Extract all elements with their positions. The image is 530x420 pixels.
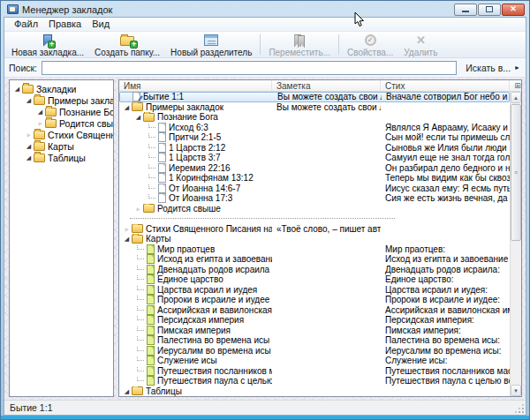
table-row[interactable]: Пимская империяПимская империя: xyxy=(119,326,510,336)
scroll-thumb[interactable]: ≡ xyxy=(511,104,521,241)
table-row[interactable]: Притчи 2:1-5Сын мой! если ты примешь сло… xyxy=(119,132,510,143)
table-row[interactable]: ▹Родится свыше xyxy=(119,204,510,214)
table-row[interactable]: Служение исыСлужение исы: xyxy=(119,356,510,366)
search-in-dropdown-icon[interactable]: ► xyxy=(514,64,520,71)
table-row[interactable]: 1 Коринфянам 13:12Теперь мы видим как бы… xyxy=(119,173,510,184)
toolbar-button-label: Удалить xyxy=(404,48,437,57)
folder-icon xyxy=(34,96,45,105)
row-label: Иеремия 22:16 xyxy=(169,163,231,173)
minimize-button[interactable] xyxy=(454,4,477,16)
folder-icon xyxy=(132,235,143,244)
close-button[interactable]: ✕ xyxy=(502,4,525,16)
row-label: Стихи Священного Писания на каждый день xyxy=(146,224,272,234)
table-row[interactable]: От Иоанна 17:3Сия же есть жизнь вечная, … xyxy=(119,193,510,204)
sidebar-tree-item[interactable]: ◢Примеры закладок xyxy=(10,94,113,106)
vertical-scrollbar[interactable]: ▲ ≡ ▼ xyxy=(510,92,521,396)
column-header-name[interactable]: Имя xyxy=(119,80,272,91)
row-label: Примеры закладок xyxy=(146,102,223,112)
verse-page-icon xyxy=(158,173,166,183)
expanded-arrow-icon[interactable]: ◢ xyxy=(24,94,34,106)
row-verse: Сыновья же Илия были люди негодные; о... xyxy=(381,143,510,153)
menu-item[interactable]: Вид xyxy=(87,18,115,31)
collapsed-arrow-icon[interactable]: ▹ xyxy=(133,204,143,214)
table-row[interactable]: ▹Стихи Священного Писания на каждый день… xyxy=(119,224,510,235)
expanded-arrow-icon[interactable]: ◢ xyxy=(122,386,132,396)
expanded-arrow-icon[interactable]: ◢ xyxy=(24,152,34,163)
row-label: Единое царство xyxy=(157,274,223,284)
row-label: От Иоанна 17:3 xyxy=(169,193,232,203)
collapsed-arrow-icon[interactable]: ▹ xyxy=(35,117,45,129)
menu-item[interactable]: Правка xyxy=(43,18,87,31)
app-icon xyxy=(7,4,19,14)
map-page-icon xyxy=(147,326,155,335)
new-separator-button[interactable]: Новый разделитель xyxy=(165,32,257,57)
map-page-icon xyxy=(147,295,155,304)
tree-line xyxy=(137,326,144,331)
menu-item[interactable]: Файл xyxy=(9,18,43,31)
table-row[interactable]: Царства исраил и иудеяЦарства исраил и и… xyxy=(119,285,510,296)
table-row[interactable]: Палестина во времена исыПалестина во вре… xyxy=(119,335,510,346)
table-row[interactable]: ◢Таблицы xyxy=(119,386,510,397)
column-chooser-icon[interactable]: ⊞ xyxy=(510,80,521,91)
column-header-note[interactable]: Заметка xyxy=(272,80,381,91)
expanded-arrow-icon[interactable]: ◢ xyxy=(12,83,22,94)
table-row[interactable]: ◢Примеры закладокВы можете создать свои … xyxy=(119,102,510,113)
table-separator-row[interactable] xyxy=(119,214,510,224)
tree-item-label: Закладки xyxy=(36,84,76,94)
maximize-button[interactable] xyxy=(478,4,501,16)
verse-page-icon xyxy=(158,163,166,173)
sidebar-tree-item[interactable]: ◢Закладки xyxy=(10,83,113,94)
table-row[interactable]: Мир праотцевМир праотцев: xyxy=(119,244,510,255)
row-verse: Вначале сотворил Бог небо и землю . xyxy=(382,92,509,101)
row-label: Карты xyxy=(146,234,171,244)
tree-item-label: Стихи Священного Пис... xyxy=(48,130,113,140)
sidebar-tree-item[interactable]: ▹Стихи Священного Пис... xyxy=(10,129,113,140)
sidebar-tree-item[interactable]: ▹Родится свыше xyxy=(10,117,113,129)
table-row[interactable]: Пророки в исраиле и иудееПророки в исраи… xyxy=(119,295,510,305)
table-row[interactable]: ◢Познание Бога xyxy=(119,112,510,123)
table-row[interactable]: Бытие 1:1Вы можете создать свои личны...… xyxy=(119,92,510,102)
sidebar-tree-item[interactable]: ◢Карты xyxy=(10,140,113,152)
expanded-arrow-icon[interactable]: ◢ xyxy=(122,234,132,244)
table-row[interactable]: Ассирийская и вавилонская империиАссирий… xyxy=(119,305,510,316)
expanded-arrow-icon[interactable]: ◢ xyxy=(24,140,34,152)
table-row[interactable]: 1 Царств 3:7Самуил еще не знал тогда гол… xyxy=(119,153,510,163)
tree-item-label: Примеры закладок xyxy=(48,95,113,106)
table-row[interactable]: Персидская империяПерсидская империя: xyxy=(119,315,510,326)
expanded-arrow-icon[interactable]: ◢ xyxy=(35,106,45,117)
new-bookmark-button[interactable]: +Новая закладка... xyxy=(6,32,89,57)
tree-line xyxy=(137,306,144,311)
grid-body: Бытие 1:1Вы можете создать свои личны...… xyxy=(119,92,510,396)
resize-grip[interactable] xyxy=(515,404,524,413)
table-row[interactable]: Путешествия паула с целью возвещения ...… xyxy=(119,376,510,386)
table-row[interactable]: Единое царствоЕдиное царство: xyxy=(119,274,510,285)
row-label: Ассирийская и вавилонская империи xyxy=(157,305,272,315)
row-label: Иерусалим во времена исы xyxy=(157,346,271,356)
table-row[interactable]: 1 Царств 2:12Сыновья же Илия были люди н… xyxy=(119,143,510,154)
table-row[interactable]: Иерусалим во времена исыИерусалим во вре… xyxy=(119,346,510,356)
title-bar[interactable]: Менеджер закладок ✕ xyxy=(4,1,526,17)
expanded-arrow-icon[interactable]: ◢ xyxy=(122,102,132,112)
search-input[interactable] xyxy=(42,61,457,75)
table-row[interactable]: Иеремия 22:16Он разбирал дело бедного и … xyxy=(119,163,510,174)
expanded-arrow-icon[interactable]: ◢ xyxy=(133,112,143,122)
table-row[interactable]: Исход из египта и завоевание ханаанаИсхо… xyxy=(119,254,510,265)
sidebar-tree-item[interactable]: ◢Познание Бога xyxy=(10,106,113,117)
collapsed-arrow-icon[interactable]: ▹ xyxy=(24,129,34,140)
new-folder-button[interactable]: +Создать папку... xyxy=(89,32,165,57)
table-row[interactable]: От Иоанна 14:6-7Иисус сказал ему: Я есмь… xyxy=(119,184,510,194)
row-verse: Персидская империя: xyxy=(381,315,510,325)
collapsed-arrow-icon[interactable]: ▹ xyxy=(122,224,132,234)
table-row[interactable]: Исход 6:3Являлся Я Аврааму, Исааку и Иак… xyxy=(119,123,510,133)
column-header-verse[interactable]: Стих xyxy=(381,80,510,91)
menu-bar: ФайлПравкаВид xyxy=(4,18,526,32)
table-row[interactable]: Двенадцать родов исраилаДвенадцать родов… xyxy=(119,265,510,275)
search-in-button[interactable]: Искать в... xyxy=(466,63,511,73)
table-row[interactable]: ◢Карты xyxy=(119,234,510,244)
scroll-down-icon[interactable]: ▼ xyxy=(511,385,521,396)
table-row[interactable]: Путешествия посланников масихаПутешестви… xyxy=(119,366,510,377)
sidebar-tree-item[interactable]: ◢Таблицы xyxy=(10,152,113,163)
map-page-icon xyxy=(147,356,155,365)
scroll-up-icon[interactable]: ▲ xyxy=(511,92,521,103)
tree-line xyxy=(148,164,155,169)
